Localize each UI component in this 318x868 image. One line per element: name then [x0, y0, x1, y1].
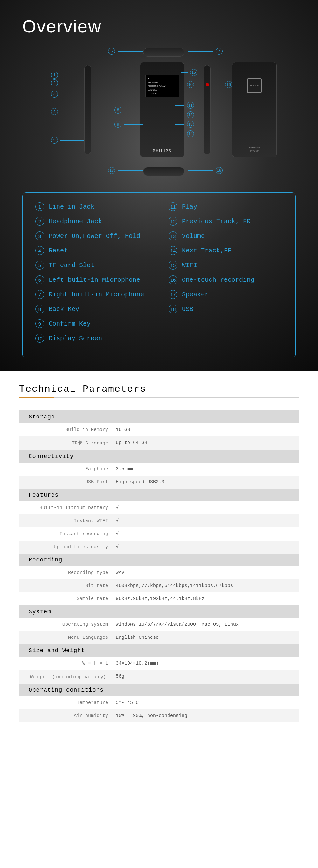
legend-label: Power On,Power Off, Hold	[49, 232, 140, 240]
callout-3: 3	[51, 91, 84, 98]
legend-label: Play	[182, 203, 197, 211]
back-model-text: VTR8060 5V=0.3A	[232, 146, 276, 153]
spec-value: 5°- 45°C	[115, 700, 299, 706]
spec-label: Built-in lithium battery	[19, 505, 115, 510]
tech-table: StorageBuild in Memory16 GBTF卡 Strorageu…	[19, 410, 299, 722]
group-header: Features	[19, 489, 299, 501]
legend-column-2: 11Play12Previous Track, FR13Volume14Next…	[168, 202, 283, 348]
spec-value: 10% — 90%, non-condensing	[115, 713, 299, 719]
legend-label: Previous Track, FR	[182, 218, 251, 225]
spec-value: 34×104×10.2(mm)	[115, 661, 299, 666]
callout-2: 2	[51, 80, 84, 87]
callout-15: 15	[181, 69, 197, 76]
spec-value: √	[115, 518, 299, 524]
legend-number: 11	[168, 202, 178, 211]
group-header: Operating conditions	[19, 684, 299, 696]
spec-label: Recording type	[19, 570, 115, 576]
spec-row: Air humidity10% — 90%, non-condensing	[19, 709, 299, 722]
legend-label: Right built-in Microphone	[49, 291, 144, 298]
legend-label: Confirm Key	[49, 320, 91, 328]
legend-column-1: 1Line in Jack2Headphone Jack3Power On,Po…	[35, 202, 150, 348]
legend-number: 3	[35, 231, 44, 240]
callout-9: 9	[115, 121, 143, 128]
callout-11: 11	[175, 102, 194, 109]
legend-number: 1	[35, 202, 44, 211]
callout-4: 4	[51, 108, 84, 115]
device-front-view: A Recording RECORD7WAV 00:00:23 88:59:16…	[140, 62, 185, 157]
spec-label: Bit rate	[19, 583, 115, 589]
callout-7: 7	[188, 48, 223, 55]
callout-16: 16	[213, 81, 232, 88]
legend-number: 17	[168, 290, 178, 299]
legend-label: TF card Slot	[49, 262, 94, 269]
legend-number: 2	[35, 217, 44, 226]
legend-item-4: 4Reset	[35, 246, 150, 255]
spec-value: 16 GB	[115, 427, 299, 432]
callout-17: 17	[108, 167, 143, 174]
spec-value: 96kHz,96kHz,192kHz,44.1kHz,8kHz	[115, 596, 299, 601]
spec-row: Recording typeWAV	[19, 566, 299, 579]
spec-value: 4608kbps,777kbps,6144kbps,1411kbps,67kbp…	[115, 583, 299, 589]
callout-8: 8	[115, 106, 143, 114]
spec-label: Air humidity	[19, 713, 115, 719]
spec-label: Instant WIFI	[19, 518, 115, 524]
legend-box: 1Line in Jack2Headphone Jack3Power On,Po…	[22, 192, 296, 358]
spec-value: 56g	[115, 674, 299, 680]
spec-label: Temperature	[19, 700, 115, 706]
legend-number: 15	[168, 261, 178, 270]
legend-label: Left built-in Microphone	[49, 276, 140, 284]
device-back-view: PHILIPS VTR8060 5V=0.3A	[232, 62, 277, 157]
brand-logo: PHILIPS	[140, 149, 184, 153]
spec-value: WAV	[115, 570, 299, 576]
spec-row: Instant WIFI√	[19, 515, 299, 527]
spec-value: English Chinese	[115, 635, 299, 640]
spec-row: Built-in lithium battery√	[19, 501, 299, 515]
spec-row: Upload files easily√	[19, 540, 299, 554]
legend-label: WIFI	[182, 262, 197, 269]
legend-label: USB	[182, 306, 193, 313]
legend-number: 7	[35, 290, 44, 299]
group-header: System	[19, 606, 299, 618]
legend-number: 8	[35, 305, 44, 313]
legend-item-2: 2Headphone Jack	[35, 217, 150, 226]
callout-1: 1	[51, 71, 84, 79]
spec-row: Earphone3.5 mm	[19, 463, 299, 476]
spec-label: W × H × L	[19, 661, 115, 666]
spec-value: High-speed USB2.0	[115, 479, 299, 485]
spec-row: Instant recording√	[19, 527, 299, 540]
spec-label: TF卡 Strorage	[19, 440, 115, 446]
device-top-view	[143, 48, 185, 57]
spec-label: Operating system	[19, 622, 115, 627]
device-right-side	[203, 65, 211, 154]
spec-label: Sample rate	[19, 596, 115, 601]
legend-item-17: 17Speaker	[168, 290, 283, 299]
spec-row: Build in Memory16 GB	[19, 423, 299, 436]
overview-title: Overview	[22, 16, 296, 37]
legend-label: Volume	[182, 232, 205, 240]
spec-row: Temperature5°- 45°C	[19, 696, 299, 709]
spec-value: 3.5 mm	[115, 466, 299, 472]
tech-title: Technical Parameters	[19, 384, 299, 398]
legend-item-1: 1Line in Jack	[35, 202, 150, 211]
spec-row: Menu LanguagesEnglish Chinese	[19, 631, 299, 644]
callout-13: 13	[175, 121, 194, 128]
legend-item-18: 18USB	[168, 305, 283, 313]
spec-row: W × H × L34×104×10.2(mm)	[19, 657, 299, 670]
legend-number: 4	[35, 246, 44, 255]
legend-item-7: 7Right built-in Microphone	[35, 290, 150, 299]
spec-label: Instant recording	[19, 531, 115, 537]
legend-label: Headphone Jack	[49, 218, 102, 225]
spec-label: USB Port	[19, 479, 115, 485]
callout-10: 10	[172, 81, 194, 88]
callout-12: 12	[175, 111, 194, 118]
philips-badge-icon: PHILIPS	[247, 78, 262, 93]
spec-label: Menu Languages	[19, 635, 115, 640]
spec-value: up to 64 GB	[115, 440, 299, 446]
spec-row: Sample rate96kHz,96kHz,192kHz,44.1kHz,8k…	[19, 592, 299, 606]
legend-number: 13	[168, 231, 178, 240]
legend-item-8: 8Back Key	[35, 305, 150, 313]
legend-label: Speaker	[182, 291, 209, 298]
device-diagram: 6 7 1 2 3 4 5 A Recording RECORD7WAV 00:…	[22, 46, 296, 183]
spec-value: Windows 10/8/7/XP/Vista/2000, Mac OS, Li…	[115, 622, 299, 627]
legend-label: One-touch recording	[182, 276, 254, 284]
